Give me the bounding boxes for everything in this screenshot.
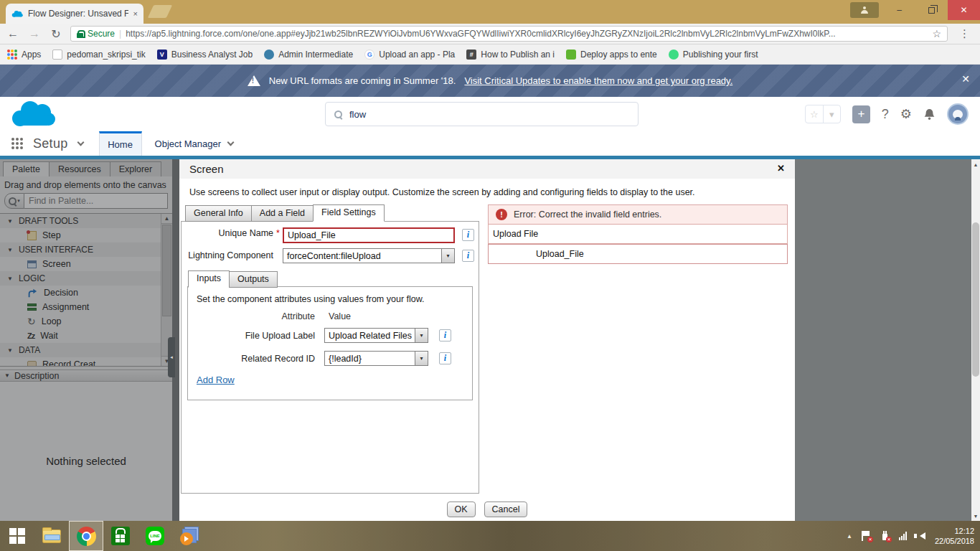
info-icon[interactable]: i [462,229,474,241]
add-row-link[interactable]: Add Row [197,375,235,385]
cancel-button[interactable]: Cancel [484,501,528,517]
bookmark-label: pedoman_skripsi_tik [67,50,145,60]
favorites-caret-icon[interactable]: ▾ [823,105,840,123]
info-icon[interactable]: i [462,250,474,262]
dropdown-arrow-icon[interactable]: ▾ [441,249,454,263]
attribute-row: File Upload Label Upload Related Files ▾… [188,328,472,343]
store-button[interactable] [103,521,138,551]
global-search-input[interactable] [349,109,629,120]
network-signal-icon[interactable] [899,532,907,540]
help-icon[interactable]: ? [882,107,889,122]
tab-home[interactable]: Home [99,131,142,156]
tab-field-settings[interactable]: Field Settings [313,204,385,222]
tab-object-manager[interactable]: Object Manager [142,131,247,156]
new-tab-button[interactable] [148,5,172,18]
reload-icon[interactable]: ↻ [49,27,63,41]
url-text[interactable]: https://ap5.lightning.force.com/one/one.… [126,29,928,39]
address-bar[interactable]: Secure | https://ap5.lightning.force.com… [70,26,948,42]
volume-icon[interactable] [916,532,925,540]
scroll-thumb[interactable] [972,222,979,377]
bookmark-item[interactable]: Admin Intermediate [264,50,353,60]
unique-name-input[interactable] [283,227,455,243]
setup-gear-icon[interactable]: ⚙ [900,106,912,122]
dropdown-arrow-icon[interactable]: ▾ [415,352,428,365]
scroll-down-icon[interactable]: ▼ [971,511,980,521]
modal-dim-overlay [0,159,179,521]
bookmark-label: Admin Intermediate [278,50,353,60]
favorites-star-icon[interactable]: ☆ [806,105,823,123]
apps-grid-icon [7,50,17,60]
attribute-value-combo[interactable]: {!leadId} ▾ [324,351,428,366]
bookmark-item[interactable]: GUpload an app - Pla [364,50,455,60]
app-launcher-icon[interactable] [11,138,23,149]
app-chevron-icon[interactable] [77,138,84,146]
dropdown-arrow-icon[interactable]: ▾ [415,329,428,342]
page-scrollbar[interactable]: ▲ ▼ [971,159,980,521]
minimize-button[interactable]: – [883,0,915,20]
favorites-button-group[interactable]: ☆ ▾ [805,105,841,123]
bookmark-item[interactable]: VBusiness Analyst Job [157,50,253,60]
browser-profile-button[interactable] [850,2,879,18]
global-actions-button[interactable]: + [852,105,870,123]
browser-tab[interactable]: Flow Designer: Unsaved F × [6,4,143,24]
unique-name-label: Unique Name [182,228,273,238]
action-center-flag-icon[interactable]: ✕ [862,531,871,541]
lightning-component-select[interactable]: forceContent:fileUpload ▾ [283,248,455,263]
line-icon: LINE [146,527,164,545]
field-settings-panel: Unique Name * i Lightning Component forc… [181,221,479,494]
dialog-tabs: General Info Add a Field Field Settings [185,205,384,222]
green-favicon-icon [669,50,679,60]
scroll-up-icon[interactable]: ▲ [971,159,980,169]
inputs-hint: Set the component attributes using value… [188,287,472,304]
chrome-taskbar-button[interactable] [69,521,103,551]
banner-close-icon[interactable]: ✕ [961,73,970,85]
close-button[interactable]: ✕ [948,0,980,20]
tab-inputs[interactable]: Inputs [188,270,230,288]
salesforce-logo[interactable] [10,98,56,133]
tab-close-icon[interactable]: × [133,9,138,18]
preview-field-row[interactable]: Upload_File [488,244,788,264]
windows-taskbar: LINE ▲ ✕ ✕ 12:12 22/05/2018 [0,521,980,551]
tab-add-a-field[interactable]: Add a Field [251,205,314,222]
salesforce-header: ☆ ▾ + ? ⚙ [0,97,980,131]
apps-shortcut[interactable]: Apps [7,50,41,60]
tab-general-info[interactable]: General Info [185,205,252,222]
bookmark-item[interactable]: pedoman_skripsi_tik [52,50,145,60]
media-player-button[interactable] [172,521,207,551]
user-avatar[interactable] [947,103,969,125]
start-button[interactable] [0,521,34,551]
attribute-value: Upload Related Files [325,329,415,342]
lightning-component-value: forceContent:fileUpload [283,249,385,263]
document-favicon-icon [52,50,62,60]
bookmarks-bar: Apps pedoman_skripsi_tik VBusiness Analy… [0,44,980,65]
forward-icon[interactable]: → [27,27,42,40]
attribute-value-combo[interactable]: Upload Related Files ▾ [324,328,428,343]
banner-link[interactable]: Visit Critical Updates to enable them no… [464,75,732,86]
dialog-close-icon[interactable]: ✕ [777,163,785,174]
preview-screen-title-row[interactable]: Upload File [488,224,788,244]
restore-button[interactable] [915,0,948,20]
bookmark-item[interactable]: Deploy apps to ente [566,50,657,60]
dialog-description: Use screens to collect user input or dis… [179,179,795,197]
browser-menu-icon[interactable]: ⋮ [955,27,974,40]
chrome-icon [77,527,96,546]
info-icon[interactable]: i [439,352,451,364]
clock[interactable]: 12:12 22/05/2018 [935,526,974,546]
line-button[interactable]: LINE [138,521,172,551]
io-tabs: Inputs Outputs [188,270,277,288]
file-explorer-button[interactable] [34,521,69,551]
global-search-box[interactable] [325,102,639,126]
lightning-component-label: Lightning Component [182,250,273,260]
bookmark-item[interactable]: #How to Publish an i [466,50,555,60]
notifications-bell-icon[interactable] [923,108,936,121]
ok-button[interactable]: OK [447,501,476,517]
tab-outputs[interactable]: Outputs [229,271,278,288]
power-plug-icon[interactable]: ✕ [880,531,890,541]
info-icon[interactable]: i [439,329,451,342]
tray-expand-icon[interactable]: ▲ [847,533,852,540]
back-icon[interactable]: ← [6,27,20,40]
bookmark-item[interactable]: Publishing your first [669,50,758,60]
error-text: Error: Correct the invalid field entries… [514,209,661,220]
sidebar-collapse-handle[interactable]: ◂ [168,337,175,377]
bookmark-star-icon[interactable]: ☆ [932,28,941,39]
